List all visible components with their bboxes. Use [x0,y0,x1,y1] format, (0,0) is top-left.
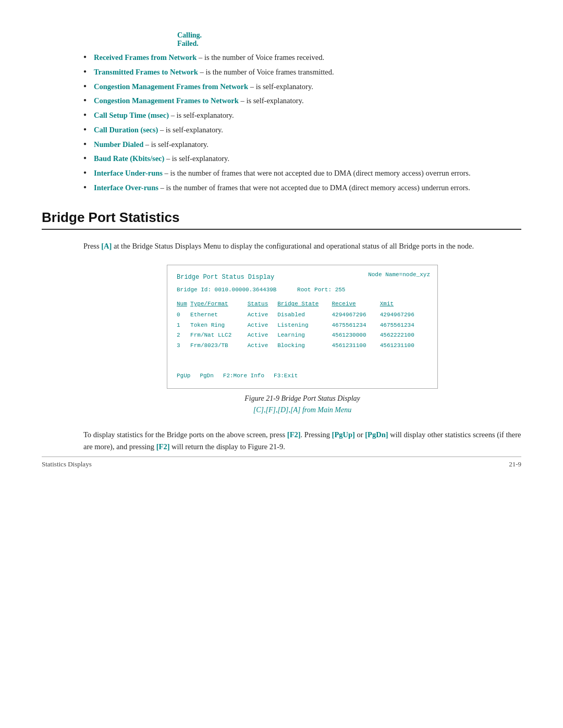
bullet-item-8: Interface Under-runs – is the number of … [83,168,521,179]
bridge-id: Bridge Id: 0010.00000.364439B [177,287,276,293]
footer-right: 21-9 [509,460,521,468]
bullet-item-7: Baud Rate (Kbits/sec) – is self-explanat… [83,153,521,165]
bullet-item-4: Call Setup Time (msec) – is self-explana… [83,110,521,121]
bullet-rest-0: – is the number of Voice frames received… [197,53,324,61]
intro-text-2: at the Bridge Status Displays Menu to di… [112,242,474,250]
terminal-col-2: Status [248,300,277,310]
root-port: Root Port: 255 [297,287,345,293]
terminal-row-0: 0EthernetActiveDisabled42949672964294967… [177,310,428,320]
terminal-cell-3-4: 4561231100 [332,341,380,351]
terminal-cell-1-3: Listening [277,320,332,331]
terminal-col-5: Xmit [380,300,428,310]
terminal-cell-3-0: 3 [177,341,190,351]
terminal-cell-3-2: Active [248,341,277,351]
bullet-list: Received Frames from Network – is the nu… [83,52,521,194]
intro-text-1: Press [83,242,101,250]
bullet-rest-6: – is self-explanatory. [143,140,209,149]
terminal-row-3: 3Frm/8023/TBActiveBlocking45612311004561… [177,341,428,351]
bridge-id-line: Bridge Id: 0010.00000.364439B Root Port:… [177,286,428,295]
page-footer: Statistics Displays 21-9 [42,456,521,468]
terminal-row-1: 1Token RingActiveListening46755612344675… [177,320,428,331]
terminal-cell-0-2: Active [248,310,277,320]
footer-key-2: F2:More Info [223,372,264,381]
section-title: Bridge Port Statistics [42,209,521,226]
bullet-rest-5: – is self-explanatory. [158,126,223,134]
terminal-cell-1-0: 1 [177,320,190,331]
key-A: [A] [101,242,112,250]
calling-line2: Failed. [177,40,521,48]
bullet-term-0: Received Frames from Network [94,53,197,61]
footer-key-3: F3:Exit [274,372,298,381]
terminal-footer: PgUpPgDnF2:More InfoF3:Exit [177,372,428,381]
bullet-term-7: Baud Rate (Kbits/sec) [94,154,164,163]
footer-left: Statistics Displays [42,460,92,468]
bullet-item-0: Received Frames from Network – is the nu… [83,52,521,64]
bullet-rest-9: – is the number of frames that were not … [158,183,470,192]
terminal-cell-2-1: Frm/Nat LLC2 [190,330,248,341]
bullet-rest-2: – is self-explanatory. [248,82,313,91]
terminal-cell-3-1: Frm/8023/TB [190,341,248,351]
terminal-cell-2-4: 4561230000 [332,330,380,341]
terminal-col-1: Type/Format [190,300,248,310]
bullet-rest-7: – is self-explanatory. [164,154,229,163]
key-PgDn: [PgDn] [365,430,388,439]
terminal-cell-1-4: 4675561234 [332,320,380,331]
terminal-box: Node Name=node_xyz Bridge Port Status Di… [167,265,438,389]
key-F2: [F2] [287,430,301,439]
section-body: Press [A] at the Bridge Status Displays … [83,240,521,453]
terminal-cell-2-3: Learning [277,330,332,341]
bullet-rest-8: – is the number of frames that were not … [163,169,471,177]
footer-key-1: PgDn [200,372,213,381]
body-part3: or [355,430,365,439]
terminal-table: NumType/FormatStatusBridge StateReceiveX… [177,300,428,351]
page: Calling. Failed. Received Frames from Ne… [0,0,563,484]
bullet-term-4: Call Setup Time (msec) [94,111,169,119]
terminal-cell-0-5: 4294967296 [380,310,428,320]
terminal-cell-0-3: Disabled [277,310,332,320]
terminal-cell-2-2: Active [248,330,277,341]
bullet-term-6: Number Dialed [94,140,143,149]
bullet-term-8: Interface Under-runs [94,169,163,177]
intro-paragraph: Press [A] at the Bridge Status Displays … [83,240,521,252]
terminal-cell-3-5: 4561231100 [380,341,428,351]
footer-key-0: PgUp [177,372,190,381]
terminal-cell-2-5: 4562222100 [380,330,428,341]
body-part5: will return the display to Figure 21-9. [169,442,285,451]
terminal-row-2: 2Frm/Nat LLC2ActiveLearning4561230000456… [177,330,428,341]
terminal-wrapper: Node Name=node_xyz Bridge Port Status Di… [83,265,521,416]
terminal-cell-1-2: Active [248,320,277,331]
section-divider [42,229,521,230]
figure-caption: Figure 21-9 Bridge Port Status Display [… [244,393,360,416]
key-PgUp: [PgUp] [332,430,355,439]
terminal-cell-0-4: 4294967296 [332,310,380,320]
body-part2: . Pressing [301,430,332,439]
bullet-rest-4: – is self-explanatory. [169,111,234,119]
terminal-col-0: Num [177,300,190,310]
bullet-item-3: Congestion Management Frames to Network … [83,95,521,107]
bullet-item-9: Interface Over-runs – is the number of f… [83,182,521,194]
calling-block: Calling. Failed. [177,31,521,48]
figure-caption-text: Figure 21-9 Bridge Port Status Display [244,394,360,402]
terminal-cell-2-0: 2 [177,330,190,341]
bullet-item-2: Congestion Management Frames from Networ… [83,81,521,93]
terminal-cell-0-1: Ethernet [190,310,248,320]
calling-line1: Calling. [177,31,521,40]
bullet-item-6: Number Dialed – is self-explanatory. [83,139,521,151]
key-F2b: [F2] [156,442,170,451]
terminal-cell-1-5: 4675561234 [380,320,428,331]
terminal-col-3: Bridge State [277,300,332,310]
bullet-term-9: Interface Over-runs [94,183,158,192]
body-part1: To display statistics for the Bridge por… [83,430,287,439]
node-name: Node Name=node_xyz [368,270,430,280]
bullet-item-1: Transmitted Frames to Network – is the n… [83,67,521,78]
bullet-rest-3: – is self-explanatory. [239,96,304,105]
figure-menu-path: [C],[F],[D],[A] from Main Menu [253,406,352,414]
terminal-cell-0-0: 0 [177,310,190,320]
body-paragraph: To display statistics for the Bridge por… [83,429,521,453]
bullet-term-5: Call Duration (secs) [94,126,158,134]
bullet-term-1: Transmitted Frames to Network [94,68,198,76]
terminal-cell-1-1: Token Ring [190,320,248,331]
bullet-term-2: Congestion Management Frames from Networ… [94,82,248,91]
bullet-item-5: Call Duration (secs) – is self-explanato… [83,125,521,136]
terminal-col-4: Receive [332,300,380,310]
